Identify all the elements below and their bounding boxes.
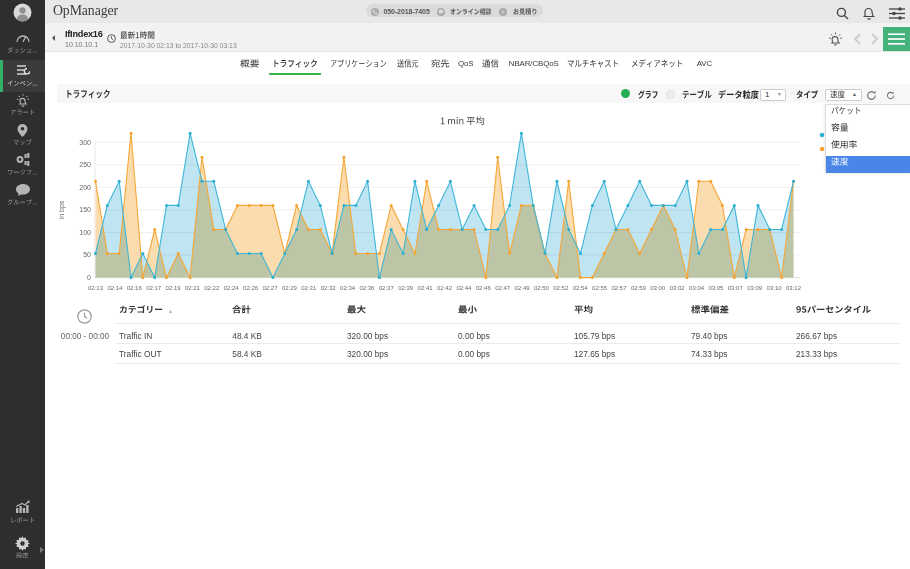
svg-text:03:05: 03:05: [708, 285, 724, 291]
svg-text:02:44: 02:44: [456, 285, 472, 291]
svg-text:02:47: 02:47: [495, 285, 511, 291]
svg-text:150: 150: [79, 206, 91, 213]
svg-text:03:02: 03:02: [670, 285, 686, 291]
svg-text:03:10: 03:10: [767, 285, 783, 291]
svg-text:03:09: 03:09: [747, 285, 763, 291]
svg-text:03:04: 03:04: [689, 285, 705, 291]
svg-text:02:34: 02:34: [340, 285, 356, 291]
svg-text:02:59: 02:59: [631, 285, 647, 291]
svg-text:250: 250: [79, 161, 91, 168]
svg-text:02:31: 02:31: [301, 285, 317, 291]
svg-text:02:46: 02:46: [476, 285, 492, 291]
svg-text:02:16: 02:16: [127, 285, 143, 291]
svg-text:02:24: 02:24: [224, 285, 240, 291]
svg-text:200: 200: [79, 184, 91, 191]
svg-text:50: 50: [83, 251, 91, 258]
svg-text:02:29: 02:29: [282, 285, 298, 291]
svg-text:02:36: 02:36: [359, 285, 375, 291]
svg-text:02:55: 02:55: [592, 285, 608, 291]
svg-text:0: 0: [87, 274, 91, 281]
svg-text:02:50: 02:50: [534, 285, 550, 291]
svg-text:02:27: 02:27: [262, 285, 278, 291]
svg-text:02:42: 02:42: [437, 285, 453, 291]
svg-text:02:17: 02:17: [146, 285, 162, 291]
svg-text:02:32: 02:32: [321, 285, 337, 291]
svg-text:02:41: 02:41: [418, 285, 434, 291]
svg-text:02:57: 02:57: [611, 285, 627, 291]
svg-text:02:49: 02:49: [515, 285, 531, 291]
svg-text:02:54: 02:54: [573, 285, 589, 291]
svg-text:02:19: 02:19: [166, 285, 182, 291]
svg-text:100: 100: [79, 229, 91, 236]
svg-text:in bps: in bps: [58, 200, 66, 219]
svg-text:02:14: 02:14: [107, 285, 123, 291]
svg-text:03:12: 03:12: [786, 285, 802, 291]
svg-text:02:22: 02:22: [204, 285, 220, 291]
svg-text:02:39: 02:39: [398, 285, 414, 291]
svg-text:02:21: 02:21: [185, 285, 201, 291]
svg-text:03:07: 03:07: [728, 285, 744, 291]
svg-text:02:37: 02:37: [379, 285, 395, 291]
svg-text:02:52: 02:52: [553, 285, 569, 291]
svg-text:300: 300: [79, 139, 91, 146]
svg-text:02:13: 02:13: [88, 285, 104, 291]
svg-text:02:26: 02:26: [243, 285, 259, 291]
svg-text:03:00: 03:00: [650, 285, 666, 291]
